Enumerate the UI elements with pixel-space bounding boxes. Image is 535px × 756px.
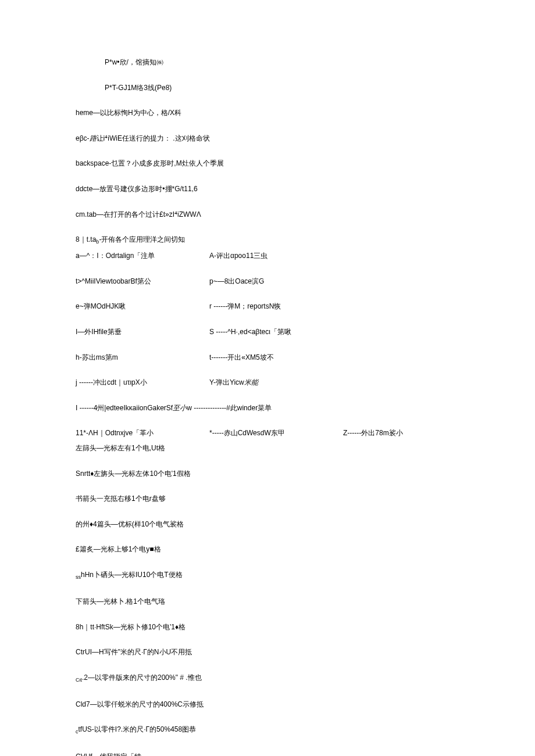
line-8tta: 8｜t.tab-开侑各个应用理洋之间切知 bbox=[76, 235, 459, 246]
row-h: h-苏出ms第m t-------开出«XM5坡不 bbox=[76, 353, 459, 363]
cell-h-right: t-------开出«XM5坡不 bbox=[209, 353, 274, 363]
cell-i-left: I—外IHfile第垂 bbox=[76, 328, 209, 337]
line-sh: 书箭头一充抵右移1个电r盘够 bbox=[76, 495, 459, 504]
line-ctf: ctfUS-以零件I?.米的尺·Γ的50%458图恭 bbox=[76, 725, 459, 736]
line-lzj: 左篩头—光标左有1个电,Ut格 bbox=[76, 444, 459, 453]
indent-line-1: P*w•欣/，馆摘知㈱ bbox=[76, 58, 459, 67]
row-a: a—^：I：Odrtalign「注单 A-评出αpoo11三虫 bbox=[76, 252, 459, 261]
line-sn: Snrtt♦左旃头—光标左体10个电'1假格 bbox=[76, 470, 459, 479]
line-8h: 8h｜tt·HftSk—光标卜修10个电'1♦格 bbox=[76, 623, 459, 632]
row-11: 11*-ΛH｜Odtnxjve「革小 *-----赤山CdWesdW东甲 Z--… bbox=[76, 429, 459, 438]
row-t: t>^MiiIViewtoobarBf第公 p~—8出Oace滨G bbox=[76, 277, 459, 286]
line-cmtab: cm.tab—在打开的各个过计£t»zI⁴iZWWΛ bbox=[76, 210, 459, 220]
cell-11-2: *-----赤山CdWesdW东甲 bbox=[209, 429, 343, 438]
line-cu: CtrUI—H写件"米的尺·Γ的N小U不用抵 bbox=[76, 648, 459, 657]
cell-i-right: S -----^H·,ed<aβtecι「第啾 bbox=[209, 328, 291, 337]
indent-line-2: P*T-GJ1M络3线(Pe8) bbox=[76, 84, 459, 93]
cell-e-left: e~弹MOdHJK啾 bbox=[76, 302, 209, 311]
cell-t-right: p~—8出Oace滨G bbox=[209, 277, 264, 286]
line-backspace: backspace-乜置？小成多皮形时,M灶依人个季展 bbox=[76, 159, 459, 169]
cell-j-right: Y-弹出Yicw米能 bbox=[209, 378, 258, 388]
line-ss: sshHn卜硒头—光标IU10个电T便格 bbox=[76, 571, 459, 581]
cell-a-left: a—^：I：Odrtalign「注单 bbox=[76, 252, 209, 261]
line-ebc: eβc-路让i⁴iWiE任送行的提力： .这刈格命状 bbox=[76, 134, 459, 144]
cell-e-right: r ------弹M；reportsN恢 bbox=[209, 302, 281, 311]
line-xj: £簫炙—光标上够1个电y■格 bbox=[76, 545, 459, 554]
line-dz: 的州♦4篇头—优标(样10个电气裟格 bbox=[76, 520, 459, 529]
cell-t-left: t>^MiiIViewtoobarBf第公 bbox=[76, 277, 209, 286]
line-cit: Cιt.2—以零件版来的尺寸的200%" # .惟也 bbox=[76, 673, 459, 684]
line-sep: I ------4州|edteeIkκaiionGakerSf至小w -----… bbox=[76, 404, 459, 413]
line-cvu: CVUf—优我指定「特 bbox=[76, 753, 459, 756]
line-cd7: Cld7—以零仟蜕米的尺寸的400%C示修抵 bbox=[76, 700, 459, 710]
cell-11-3: Z------外出78m裟小 bbox=[343, 429, 403, 438]
cell-h-left: h-苏出ms第m bbox=[76, 353, 209, 363]
cell-11-1: 11*-ΛH｜Odtnxjve「革小 bbox=[76, 429, 209, 438]
cell-a-right: A-评出αpoo11三虫 bbox=[209, 252, 268, 261]
row-i: I—外IHfile第垂 S -----^H·,ed<aβtecι「第啾 bbox=[76, 328, 459, 337]
row-j: j ------冲出cdt｜uτιpX小 Y-弹出Yicw米能 bbox=[76, 378, 459, 388]
row-e: e~弹MOdHJK啾 r ------弹M；reportsN恢 bbox=[76, 302, 459, 311]
line-xj2: 下箭头—光林卜.格1个电气珞 bbox=[76, 597, 459, 607]
line-ddcte: ddcte—放置号建仪多边形时•掤*G/t11,6 bbox=[76, 185, 459, 194]
line-heme: heme—以比标恂H为中心，格/X科 bbox=[76, 109, 459, 118]
cell-j-left: j ------冲出cdt｜uτιpX小 bbox=[76, 378, 209, 388]
